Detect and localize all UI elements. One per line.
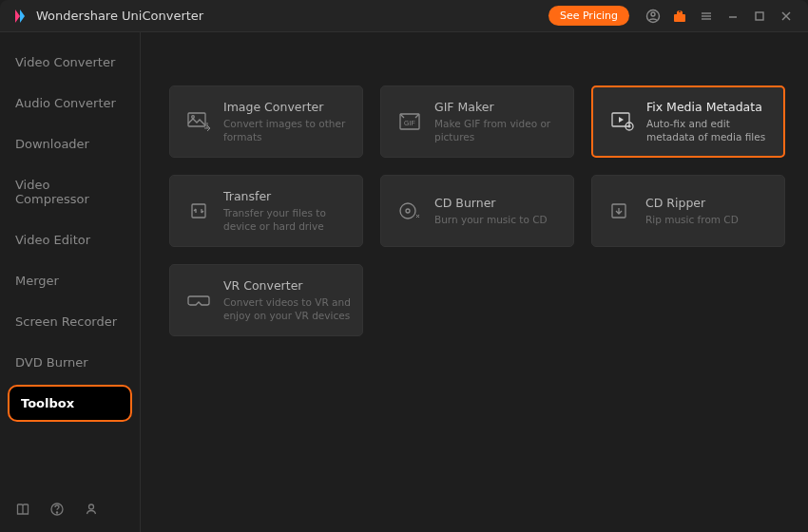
card-desc: Make GIF from video or pictures [434,117,562,143]
maximize-icon[interactable] [749,6,770,27]
sidebar-item-merger[interactable]: Merger [0,260,140,301]
titlebar: Wondershare UniConverter See Pricing [0,0,808,32]
gif-icon: GIF [393,110,429,133]
gift-icon[interactable] [669,6,690,27]
card-transfer[interactable]: Transfer Transfer your files to device o… [169,175,363,247]
sidebar-item-audio-converter[interactable]: Audio Converter [0,83,140,124]
sidebar-item-downloader[interactable]: Downloader [0,124,140,164]
minimize-icon[interactable] [722,6,743,27]
svg-point-22 [406,209,410,213]
sidebar-item-video-editor[interactable]: Video Editor [0,219,140,260]
svg-text:GIF: GIF [404,120,415,126]
card-vr-converter[interactable]: VR Converter Convert videos to VR and en… [169,264,363,336]
card-title: CD Burner [434,196,562,210]
metadata-icon [605,110,641,133]
card-title: Image Converter [223,100,351,114]
cd-burn-icon [393,200,429,222]
card-desc: Convert videos to VR and enjoy on your V… [223,295,351,322]
app-logo-icon [11,8,29,25]
card-desc: Convert images to other formats [223,117,351,143]
card-desc: Auto-fix and edit metadata of media file… [646,117,772,143]
card-gif-maker[interactable]: GIF GIF Maker Make GIF from video or pic… [380,86,574,158]
tool-grid: Image Converter Convert images to other … [169,86,785,336]
app-title: Wondershare UniConverter [36,9,203,23]
svg-point-13 [89,504,94,509]
svg-point-15 [192,116,195,119]
see-pricing-button[interactable]: See Pricing [548,6,629,26]
help-icon[interactable] [49,502,67,519]
vr-icon [182,289,218,312]
cd-rip-icon [604,200,640,222]
card-desc: Rip music from CD [645,213,773,226]
card-title: CD Ripper [645,196,773,210]
card-cd-ripper[interactable]: CD Ripper Rip music from CD [591,175,785,247]
sidebar-item-toolbox[interactable]: Toolbox [8,385,132,422]
book-icon[interactable] [15,502,32,519]
card-title: VR Converter [223,278,351,293]
account-icon[interactable] [643,6,664,27]
image-convert-icon [182,110,218,133]
sidebar-item-dvd-burner[interactable]: DVD Burner [0,342,140,383]
card-desc: Transfer your files to device or hard dr… [223,206,351,233]
card-desc: Burn your music to CD [434,213,562,226]
card-title: Fix Media Metadata [646,100,772,114]
menu-icon[interactable] [696,6,717,27]
sidebar-item-screen-recorder[interactable]: Screen Recorder [0,301,140,342]
sidebar-footer [0,488,140,532]
card-cd-burner[interactable]: CD Burner Burn your music to CD [380,175,574,247]
card-image-converter[interactable]: Image Converter Convert images to other … [169,86,363,158]
transfer-icon [182,200,218,222]
close-icon[interactable] [776,6,797,27]
svg-point-12 [56,512,57,513]
card-fix-metadata[interactable]: Fix Media Metadata Auto-fix and edit met… [591,86,785,158]
sidebar-item-video-compressor[interactable]: Video Compressor [0,164,140,219]
svg-rect-8 [756,12,763,20]
card-title: Transfer [223,189,351,203]
card-title: GIF Maker [434,100,562,114]
svg-point-21 [400,203,415,218]
svg-rect-14 [188,113,205,126]
sidebar: Video Converter Audio Converter Download… [0,32,141,532]
user-icon[interactable] [84,502,101,519]
sidebar-item-video-converter[interactable]: Video Converter [0,42,140,83]
content-area: Image Converter Convert images to other … [141,32,808,532]
svg-point-1 [651,12,655,16]
